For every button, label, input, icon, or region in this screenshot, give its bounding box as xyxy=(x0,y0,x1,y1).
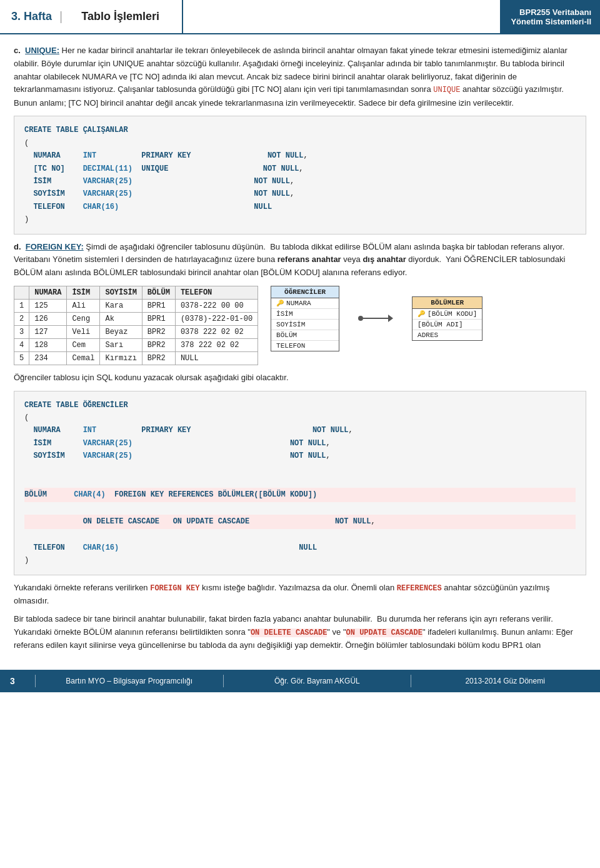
table-cell: 127 xyxy=(29,325,67,338)
connector-arrow xyxy=(388,315,393,322)
table-cell: 5 xyxy=(14,351,29,365)
table-cell: BPR2 xyxy=(142,338,175,351)
section-d-para3: Bir tabloda sadece bir tane birincil ana… xyxy=(14,613,586,652)
table-cell: 2 xyxy=(14,312,29,325)
section-c-para: c. UNIQUE: Her ne kadar birincil anahtar… xyxy=(14,44,586,109)
entity-row: ADRES xyxy=(412,330,482,340)
section-c-label: c. UNIQUE: xyxy=(14,46,59,55)
table-cell: NULL xyxy=(175,351,258,365)
code-block-1: CREATE TABLE ÇALIŞANLAR ( NUMARA INT PRI… xyxy=(14,116,586,234)
entity-row: İSİM xyxy=(271,309,339,320)
table-cell: BPR1 xyxy=(142,299,175,312)
table-cell: Sarı xyxy=(100,338,142,351)
table-cell: Cemal xyxy=(67,351,100,365)
footer-divider-1 xyxy=(35,675,36,687)
footer-term: 2013-2014 Güz Dönemi xyxy=(420,677,590,685)
col-soyisim: SOYİSİM xyxy=(100,286,142,299)
entity-bolumler: BÖLÜMLER 🔑 [BÖLÜM KODU] [BÖLÜM ADI] ADRE… xyxy=(412,296,482,341)
table-cell: BPR2 xyxy=(142,351,175,365)
students-table: NUMARA İSİM SOYİSİM BÖLÜM TELEFON 1125Al… xyxy=(14,286,258,365)
table-row: 2126CengAkBPR1(0378)-222-01-00 xyxy=(14,312,258,325)
pk-icon: 🔑 xyxy=(276,300,284,307)
table-cell: (0378)-222-01-00 xyxy=(175,312,258,325)
page-header: 3. Hafta | Tablo İşlemleri BPR255 Verita… xyxy=(0,0,600,34)
entity-row: 🔑 NUMARA xyxy=(271,298,339,309)
header-course: BPR255 Veritabanı Yönetim Sistemleri-II xyxy=(500,0,600,33)
pk-icon: 🔑 xyxy=(418,310,425,318)
col-idx xyxy=(14,286,29,299)
table-cell: 0378-222 00 00 xyxy=(175,299,258,312)
table-cell: Ak xyxy=(100,312,142,325)
table-section: NUMARA İSİM SOYİSİM BÖLÜM TELEFON 1125Al… xyxy=(14,286,586,365)
col-bolum: BÖLÜM xyxy=(142,286,175,299)
entity-ogrenciler-title: ÖĞRENCİLER xyxy=(271,286,339,298)
table-cell: BPR2 xyxy=(142,325,175,338)
col-telefon: TELEFON xyxy=(175,286,258,299)
table-cell: 4 xyxy=(14,338,29,351)
connector xyxy=(358,315,393,322)
entity-row: 🔑 [BÖLÜM KODU] xyxy=(412,309,482,320)
footer-divider-3 xyxy=(411,675,411,687)
table-cell: Kırmızı xyxy=(100,351,142,365)
para-ogrenciler: Öğrenciler tablosu için SQL kodunu yazac… xyxy=(14,371,586,385)
page-title: Tablo İşlemleri xyxy=(70,5,171,28)
table-cell: 128 xyxy=(29,338,67,351)
entity-row: TELEFON xyxy=(271,341,339,351)
page-footer: 3 Bartın MYO – Bilgisayar Programcılığı … xyxy=(0,670,600,692)
table-cell: 378 222 02 02 xyxy=(175,338,258,351)
table-cell: 234 xyxy=(29,351,67,365)
section-d-para1: d. FOREIGN KEY: Şimdi de aşağıdaki öğren… xyxy=(14,241,586,280)
table-cell: 125 xyxy=(29,299,67,312)
week-label: 3. Hafta xyxy=(11,10,52,23)
table-cell: Ceng xyxy=(67,312,100,325)
footer-page-number: 3 xyxy=(10,676,15,686)
table-cell: 126 xyxy=(29,312,67,325)
table-cell: Veli xyxy=(67,325,100,338)
connector-line xyxy=(363,318,388,319)
section-d-para2: Yukarıdaki örnekte referans verilirken F… xyxy=(14,582,586,608)
table-cell: BPR1 xyxy=(142,312,175,325)
footer-instructor: Öğr. Gör. Bayram AKGÜL xyxy=(232,677,402,685)
entity-row: [BÖLÜM ADI] xyxy=(412,320,482,330)
header-left: 3. Hafta | Tablo İşlemleri xyxy=(0,0,183,33)
code-block-2: CREATE TABLE ÖĞRENCİLER ( NUMARA INT PRI… xyxy=(14,391,586,575)
table-cell: Kara xyxy=(100,299,142,312)
entity-ogrenciler: ÖĞRENCİLER 🔑 NUMARA İSİM SOYİSİM BÖLÜM T… xyxy=(271,286,339,351)
table-cell: Cem xyxy=(67,338,100,351)
table-cell: 0378 222 02 02 xyxy=(175,325,258,338)
connector-dot-left xyxy=(358,316,363,321)
main-content: c. UNIQUE: Her ne kadar birincil anahtar… xyxy=(0,34,600,664)
table-row: 3127VeliBeyazBPR20378 222 02 02 xyxy=(14,325,258,338)
course-name: Yönetim Sistemleri-II xyxy=(511,17,591,26)
entity-row: BÖLÜM xyxy=(271,330,339,341)
table-cell: 1 xyxy=(14,299,29,312)
entity-diagram: ÖĞRENCİLER 🔑 NUMARA İSİM SOYİSİM BÖLÜM T… xyxy=(271,286,482,351)
entity-row: SOYİSİM xyxy=(271,320,339,330)
col-isim: İSİM xyxy=(67,286,100,299)
table-row: 4128CemSarıBPR2378 222 02 02 xyxy=(14,338,258,351)
col-numara: NUMARA xyxy=(29,286,67,299)
table-cell: 3 xyxy=(14,325,29,338)
table-row: 1125AliKaraBPR10378-222 00 00 xyxy=(14,299,258,312)
table-cell: Ali xyxy=(67,299,100,312)
footer-divider-2 xyxy=(223,675,224,687)
course-code: BPR255 Veritabanı xyxy=(519,8,591,17)
footer-institution: Bartın MYO – Bilgisayar Programcılığı xyxy=(44,677,214,685)
table-cell: Beyaz xyxy=(100,325,142,338)
table-row: 5234CemalKırmızıBPR2NULL xyxy=(14,351,258,365)
entity-bolumler-title: BÖLÜMLER xyxy=(412,297,482,309)
